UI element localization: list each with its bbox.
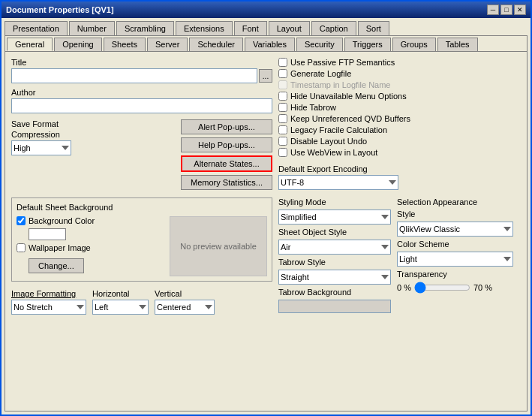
tab-font[interactable]: Font	[234, 21, 267, 35]
maximize-button[interactable]: □	[500, 5, 512, 15]
use-webview-checkbox[interactable]	[278, 148, 287, 157]
bg-controls: Background Color Wallpaper Image Change.…	[17, 216, 164, 276]
horizontal-select[interactable]: Left Center Right	[92, 300, 149, 315]
keep-unreferenced-checkbox[interactable]	[278, 114, 287, 123]
title-row: ...	[11, 68, 272, 83]
title-group: Title ...	[11, 58, 272, 83]
title-bar: Document Properties [QV1] ─ □ ✕	[2, 2, 530, 18]
minimize-button[interactable]: ─	[487, 5, 499, 15]
selection-appearance-column: Selection Appearance Style QlikView Clas…	[397, 197, 521, 313]
tab-variables[interactable]: Variables	[245, 38, 295, 51]
tab-number[interactable]: Number	[69, 21, 115, 35]
hide-unavailable-checkbox[interactable]	[278, 92, 287, 101]
passive-ftp-checkbox[interactable]	[278, 58, 287, 67]
generate-logfile-row: Generate Logfile	[278, 69, 521, 78]
tab-security[interactable]: Security	[296, 38, 343, 51]
sheet-object-style-group: Sheet Object Style Air Office Soft	[278, 228, 391, 255]
hide-unavailable-label: Hide Unavailable Menu Options	[290, 92, 407, 101]
bottom-right-row: Styling Mode Simplified Advanced Sheet O…	[278, 197, 521, 313]
change-button[interactable]: Change...	[29, 258, 84, 273]
main-panel: Title ... Author Save For	[5, 52, 527, 411]
style-label: Style	[397, 210, 521, 219]
window-controls: ─ □ ✕	[487, 5, 526, 15]
styling-mode-group: Styling Mode Simplified Advanced	[278, 197, 391, 225]
timestamp-logfile-checkbox[interactable]	[278, 80, 287, 89]
style-select[interactable]: QlikView Classic Checkbox	[397, 222, 513, 237]
transparency-min: 0 %	[397, 283, 411, 292]
tab-scheduler[interactable]: Scheduler	[189, 38, 243, 51]
memory-statistics-button[interactable]: Memory Statistics...	[181, 175, 272, 190]
transparency-slider[interactable]	[414, 282, 470, 294]
color-scheme-select[interactable]: Light Dark Custom	[397, 252, 513, 267]
export-encoding-select[interactable]: UTF-8 ANSI Unicode	[278, 175, 398, 190]
secondary-tabs: General Opening Sheets Server Scheduler …	[5, 35, 527, 52]
title-input[interactable]	[11, 68, 257, 83]
generate-logfile-label: Generate Logfile	[290, 69, 351, 78]
vertical-select[interactable]: Centered Top Bottom	[155, 300, 215, 315]
tabrow-background-swatch[interactable]	[278, 300, 391, 313]
compression-label: Compression	[11, 130, 167, 139]
tab-presentation[interactable]: Presentation	[5, 21, 68, 35]
main-window: Document Properties [QV1] ─ □ ✕ Presenta…	[0, 0, 532, 416]
image-formatting-section: Image Formatting No Stretch Stretch Fit …	[11, 289, 272, 315]
bg-color-checkbox[interactable]	[17, 216, 26, 225]
tab-triggers[interactable]: Triggers	[344, 38, 391, 51]
generate-logfile-checkbox[interactable]	[278, 69, 287, 78]
compression-group: Compression High Medium Low None	[11, 130, 167, 155]
left-column: Title ... Author Save For	[11, 58, 272, 405]
passive-ftp-row: Use Passive FTP Semantics	[278, 58, 521, 67]
tabrow-style-label: Tabrow Style	[278, 258, 391, 267]
use-webview-label: Use WebView in Layout	[290, 148, 377, 157]
tabrow-style-select[interactable]: Straight Curved	[278, 270, 391, 285]
title-label: Title	[11, 58, 272, 67]
compression-select[interactable]: High Medium Low None	[11, 140, 71, 155]
sheet-object-style-label: Sheet Object Style	[278, 228, 391, 237]
disable-layout-undo-checkbox[interactable]	[278, 137, 287, 146]
author-label: Author	[11, 88, 272, 97]
styling-mode-select[interactable]: Simplified Advanced	[278, 210, 391, 225]
transparency-max: 70 %	[473, 283, 492, 292]
main-tabs: Presentation Number Scrambling Extension…	[5, 21, 527, 35]
close-button[interactable]: ✕	[514, 5, 526, 15]
tab-sort[interactable]: Sort	[358, 21, 389, 35]
no-stretch-select[interactable]: No Stretch Stretch Fit	[11, 300, 86, 315]
alternate-states-button[interactable]: Alternate States...	[181, 155, 272, 172]
tab-caption[interactable]: Caption	[311, 21, 356, 35]
tab-layout[interactable]: Layout	[269, 21, 310, 35]
selection-appearance-title: Selection Appearance	[397, 197, 521, 206]
tab-groups[interactable]: Groups	[392, 38, 436, 51]
hide-tabrow-label: Hide Tabrow	[290, 103, 336, 112]
checkbox-list: Use Passive FTP Semantics Generate Logfi…	[278, 58, 521, 157]
export-encoding-label: Default Export Encoding	[278, 164, 521, 173]
wallpaper-row: Wallpaper Image	[17, 243, 164, 252]
legacy-fractal-row: Legacy Fracile Calculation	[278, 125, 521, 134]
color-scheme-group: Color Scheme Light Dark Custom	[397, 240, 521, 267]
help-popups-button[interactable]: Help Pop-ups...	[181, 137, 272, 152]
legacy-fractal-checkbox[interactable]	[278, 125, 287, 134]
image-formatting-label: Image Formatting	[11, 289, 86, 298]
author-input[interactable]	[11, 98, 272, 113]
window-title: Document Properties [QV1]	[6, 5, 114, 14]
vertical-label: Vertical	[155, 289, 215, 298]
bg-preview-row: Background Color Wallpaper Image Change.…	[17, 216, 267, 276]
tab-server[interactable]: Server	[147, 38, 188, 51]
styling-column: Styling Mode Simplified Advanced Sheet O…	[278, 197, 391, 313]
bg-color-row: Background Color	[17, 216, 164, 225]
sheet-object-style-select[interactable]: Air Office Soft	[278, 240, 391, 255]
title-dots-button[interactable]: ...	[259, 69, 272, 83]
tabrow-style-group: Tabrow Style Straight Curved	[278, 258, 391, 285]
transparency-label: Transparency	[397, 270, 447, 279]
buttons-column: Alert Pop-ups... Help Pop-ups... Alterna…	[181, 119, 272, 190]
wallpaper-checkbox[interactable]	[17, 243, 26, 252]
tab-scrambling[interactable]: Scrambling	[116, 21, 174, 35]
tab-opening[interactable]: Opening	[54, 38, 102, 51]
horizontal-group: Horizontal Left Center Right	[92, 289, 149, 315]
tab-tables[interactable]: Tables	[437, 38, 478, 51]
timestamp-logfile-row: Timestamp in Logfile Name	[278, 80, 521, 89]
tab-extensions[interactable]: Extensions	[176, 21, 233, 35]
alert-popups-button[interactable]: Alert Pop-ups...	[181, 119, 272, 134]
color-swatch[interactable]	[29, 228, 66, 240]
hide-tabrow-checkbox[interactable]	[278, 103, 287, 112]
tab-sheets[interactable]: Sheets	[104, 38, 146, 51]
tab-general[interactable]: General	[7, 38, 53, 51]
